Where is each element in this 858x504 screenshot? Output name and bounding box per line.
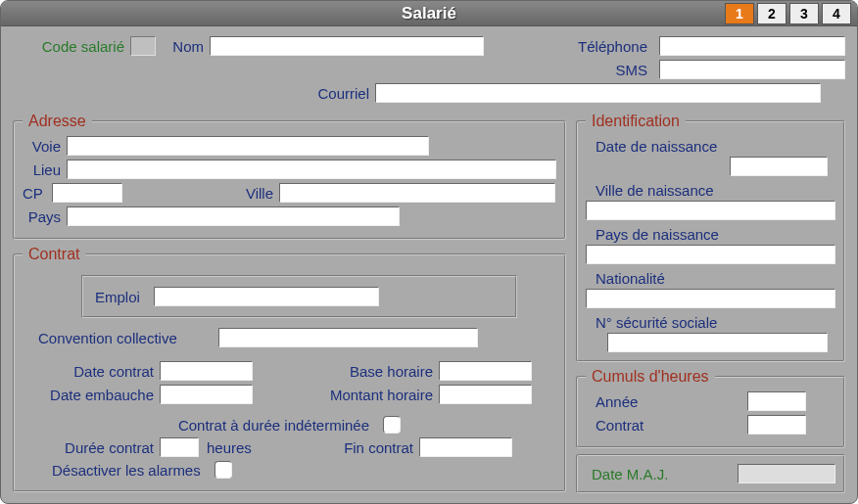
courriel-input[interactable]: [375, 83, 821, 103]
lieu-label: Lieu: [23, 161, 67, 178]
emploi-label: Emploi: [95, 289, 154, 305]
sms-label: SMS: [615, 62, 653, 78]
contrat-h-label: Contrat: [586, 417, 664, 434]
pays-naissance-label: Pays de naissance: [586, 224, 835, 245]
salarie-window: Salarié 1 2 3 4 Code salarié Nom Télépho…: [0, 0, 858, 504]
secu-input[interactable]: [607, 333, 828, 352]
cdi-label: Contrat à durée indéterminée: [178, 417, 375, 434]
nationalite-input[interactable]: [586, 289, 835, 308]
nom-input[interactable]: [210, 36, 484, 56]
adresse-legend: Adresse: [23, 113, 92, 130]
montant-horaire-input[interactable]: [439, 385, 532, 404]
desactiver-alarmes-checkbox[interactable]: [214, 461, 232, 479]
base-horaire-input[interactable]: [439, 361, 532, 381]
fin-contrat-input[interactable]: [419, 437, 512, 457]
montant-horaire-label: Montant horaire: [253, 387, 439, 403]
lieu-input[interactable]: [67, 160, 556, 179]
code-salarie-label: Code salarié: [13, 38, 130, 55]
date-maj-label: Date M.A.J.: [586, 466, 674, 482]
convention-input[interactable]: [218, 328, 478, 347]
nom-label: Nom: [156, 38, 210, 55]
adresse-group: Adresse Voie Lieu CP Ville: [13, 113, 566, 240]
tab-3[interactable]: 3: [789, 3, 819, 24]
contrat-legend: Contrat: [23, 246, 85, 263]
contrat-group: Contrat Emploi Convention collective Dat…: [13, 246, 566, 492]
tab-4[interactable]: 4: [822, 3, 851, 24]
sms-input[interactable]: [659, 60, 845, 79]
content: Code salarié Nom Téléphone SMS Courriel …: [1, 26, 857, 497]
telephone-input[interactable]: [659, 36, 845, 56]
secu-label: N° sécurité sociale: [586, 312, 835, 333]
telephone-label: Téléphone: [484, 38, 653, 55]
nationalite-label: Nationalité: [586, 268, 835, 289]
pays-input[interactable]: [67, 206, 400, 226]
voie-label: Voie: [23, 138, 67, 155]
cumuls-legend: Cumuls d'heures: [586, 368, 715, 386]
cp-input[interactable]: [52, 183, 122, 203]
date-maj-input: [738, 464, 835, 483]
code-salarie-box[interactable]: [130, 36, 156, 56]
pays-label: Pays: [23, 208, 67, 225]
identification-group: Identification Date de naissance Ville d…: [576, 113, 845, 362]
ville-naissance-input[interactable]: [586, 201, 835, 220]
date-naissance-label: Date de naissance: [586, 136, 835, 157]
ville-label: Ville: [122, 185, 279, 202]
base-horaire-label: Base horaire: [253, 363, 439, 380]
annee-label: Année: [586, 393, 664, 410]
fin-contrat-label: Fin contrat: [267, 439, 419, 456]
page-tabs: 1 2 3 4: [725, 3, 851, 24]
cumuls-group: Cumuls d'heures Année Contrat: [576, 368, 845, 448]
convention-label: Convention collective: [23, 330, 218, 346]
date-embauche-input[interactable]: [160, 385, 253, 404]
identification-legend: Identification: [586, 113, 686, 130]
date-contrat-label: Date contrat: [23, 363, 160, 380]
tab-1[interactable]: 1: [725, 3, 754, 24]
titlebar: Salarié 1 2 3 4: [1, 1, 857, 26]
cp-label: CP: [23, 185, 52, 202]
ville-naissance-label: Ville de naissance: [586, 180, 835, 201]
date-naissance-input[interactable]: [730, 157, 828, 176]
cdi-checkbox[interactable]: [383, 416, 401, 434]
annee-input[interactable]: [747, 391, 806, 411]
contrat-h-input[interactable]: [747, 415, 806, 435]
heures-label: heures: [199, 439, 267, 456]
emploi-input[interactable]: [154, 287, 379, 306]
date-contrat-input[interactable]: [160, 361, 253, 381]
duree-contrat-input[interactable]: [160, 437, 199, 457]
courriel-label: Courriel: [37, 85, 375, 102]
ville-input[interactable]: [279, 183, 555, 203]
voie-input[interactable]: [67, 136, 429, 156]
date-embauche-label: Date embauche: [23, 387, 160, 403]
pays-naissance-input[interactable]: [586, 245, 835, 264]
duree-contrat-label: Durée contrat: [23, 439, 160, 456]
date-maj-group: Date M.A.J.: [576, 454, 845, 493]
desactiver-alarmes-label: Désactiver les alarmes: [52, 462, 207, 479]
emploi-frame: Emploi: [81, 275, 517, 318]
tab-2[interactable]: 2: [757, 3, 786, 24]
